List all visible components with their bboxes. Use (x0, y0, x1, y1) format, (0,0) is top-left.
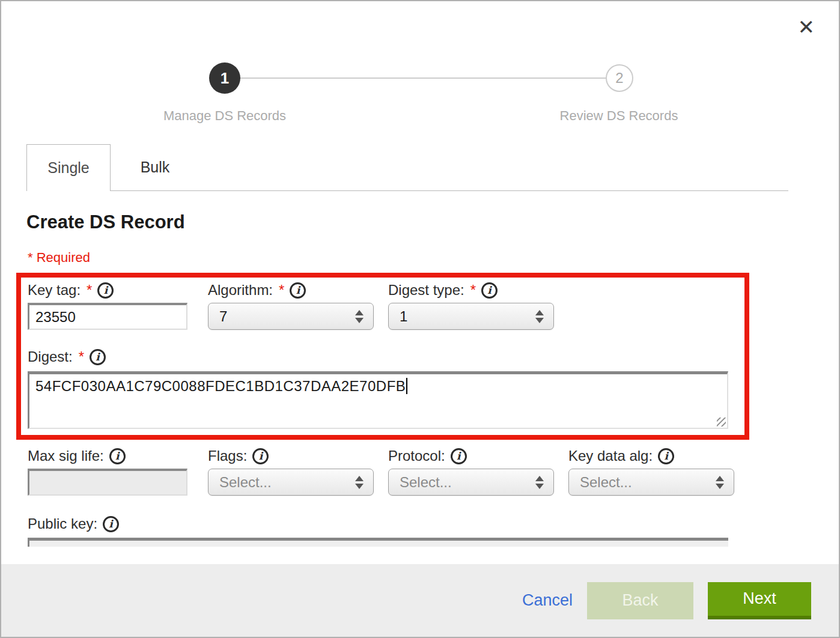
protocol-select[interactable]: Select... (388, 469, 554, 496)
select-arrows-icon (355, 310, 364, 323)
wizard-stepper: 1 2 Manage DS Records Review DS Records (1, 1, 839, 130)
select-arrows-icon (355, 476, 364, 489)
tab-single[interactable]: Single (26, 144, 111, 191)
max-sig-life-label: Max sig life: (28, 448, 104, 464)
protocol-label: Protocol: (388, 448, 445, 464)
flags-label: Flags: (208, 448, 247, 464)
key-data-alg-placeholder: Select... (580, 474, 632, 491)
back-button: Back (587, 582, 693, 619)
stepper-connector-line (239, 77, 607, 79)
digest-value: 54FCF030AA1C79C0088FDEC1BD1C37DAA2E70DFB (35, 378, 406, 394)
highlighted-required-fields-box: Key tag: * i Algorithm: * i 7 Digest typ… (16, 273, 749, 440)
resize-handle-icon[interactable] (717, 418, 726, 427)
key-data-alg-select[interactable]: Select... (568, 469, 734, 496)
algorithm-selected-value: 7 (219, 308, 227, 325)
next-button[interactable]: Next (708, 582, 811, 619)
info-icon[interactable]: i (658, 448, 674, 464)
cancel-button[interactable]: Cancel (522, 591, 573, 610)
step-1-label: Manage DS Records (93, 108, 357, 124)
protocol-placeholder: Select... (400, 474, 452, 491)
required-asterisk: * (279, 282, 284, 299)
tab-bar-divider (199, 144, 788, 191)
field-digest: Digest: * i 54FCF030AA1C79C0088FDEC1BD1C… (28, 348, 744, 429)
info-icon[interactable]: i (451, 448, 467, 464)
info-icon[interactable]: i (90, 349, 106, 365)
step-1-indicator: 1 (209, 62, 240, 94)
info-icon[interactable]: i (252, 448, 269, 464)
field-digest-type: Digest type: * i 1 (388, 281, 554, 330)
step-2-indicator: 2 (606, 64, 633, 92)
field-public-key: Public key: i (28, 515, 728, 547)
required-note: * Required (28, 250, 90, 266)
info-icon[interactable]: i (97, 282, 114, 299)
required-asterisk: * (79, 348, 84, 365)
algorithm-select[interactable]: 7 (208, 303, 374, 330)
flags-select[interactable]: Select... (208, 469, 374, 496)
field-protocol: Protocol: i Select... (388, 447, 554, 496)
required-asterisk: * (470, 282, 476, 299)
public-key-label: Public key: (28, 515, 97, 532)
info-icon[interactable]: i (109, 448, 126, 464)
info-icon[interactable]: i (290, 282, 306, 299)
digest-textarea[interactable]: 54FCF030AA1C79C0088FDEC1BD1C37DAA2E70DFB (28, 371, 728, 429)
flags-placeholder: Select... (219, 474, 272, 491)
field-algorithm: Algorithm: * i 7 (208, 281, 374, 330)
required-asterisk: * (87, 282, 92, 299)
algorithm-label: Algorithm: (208, 282, 273, 299)
field-key-data-alg: Key data alg: i Select... (568, 447, 734, 496)
key-tag-input[interactable] (28, 303, 187, 330)
digest-type-select[interactable]: 1 (388, 303, 554, 330)
public-key-textarea[interactable] (28, 538, 728, 547)
info-icon[interactable]: i (103, 516, 119, 532)
key-tag-label: Key tag: (28, 282, 81, 299)
field-max-sig-life: Max sig life: i (28, 447, 193, 496)
page-title: Create DS Record (26, 211, 185, 233)
dialog-footer: Cancel Back Next (1, 564, 839, 637)
select-arrows-icon (535, 476, 544, 489)
tab-bulk[interactable]: Bulk (111, 144, 199, 191)
step-2-label: Review DS Records (487, 108, 751, 124)
digest-label: Digest: (28, 348, 73, 365)
max-sig-life-input (28, 469, 187, 496)
field-key-tag: Key tag: * i (28, 281, 193, 330)
select-arrows-icon (716, 476, 724, 489)
digest-type-selected-value: 1 (400, 308, 407, 325)
digest-type-label: Digest type: (388, 282, 464, 299)
select-arrows-icon (535, 310, 544, 323)
key-data-alg-label: Key data alg: (568, 448, 653, 464)
field-flags: Flags: i Select... (208, 447, 374, 496)
tab-bar: Single Bulk (26, 144, 788, 191)
text-cursor (406, 378, 407, 394)
info-icon[interactable]: i (481, 282, 498, 299)
